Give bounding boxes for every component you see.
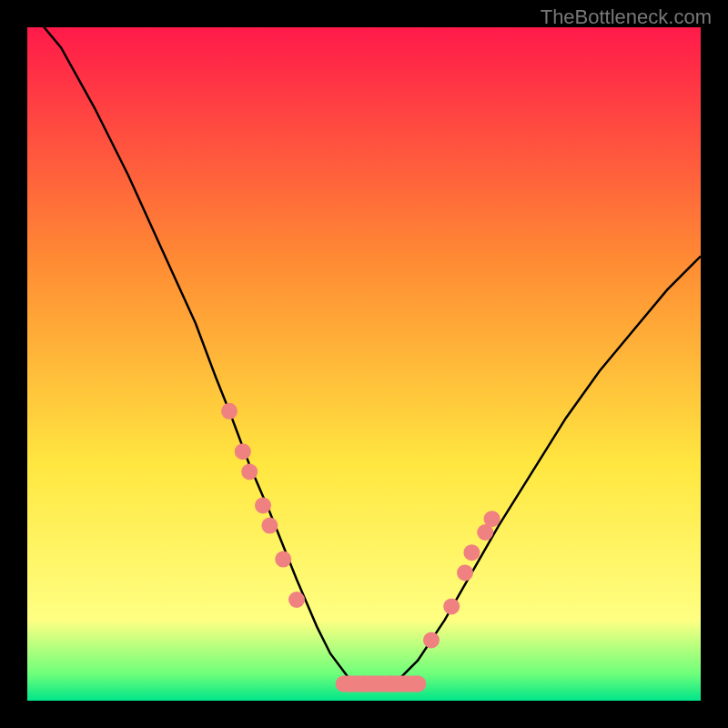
flat-minimum-band: [336, 676, 426, 693]
data-marker: [463, 544, 480, 561]
data-marker: [235, 443, 251, 460]
data-marker: [241, 463, 258, 480]
data-marker: [288, 592, 305, 608]
data-marker: [261, 518, 278, 534]
data-marker: [255, 497, 271, 513]
data-marker: [423, 632, 440, 648]
bottleneck-chart: [27, 27, 701, 701]
data-marker: [221, 403, 238, 420]
data-marker: [457, 564, 473, 581]
data-marker: [443, 598, 460, 614]
data-marker: [484, 511, 500, 527]
chart-background: [27, 27, 701, 701]
watermark-text: TheBottleneck.com: [541, 5, 712, 29]
data-marker: [275, 551, 291, 568]
